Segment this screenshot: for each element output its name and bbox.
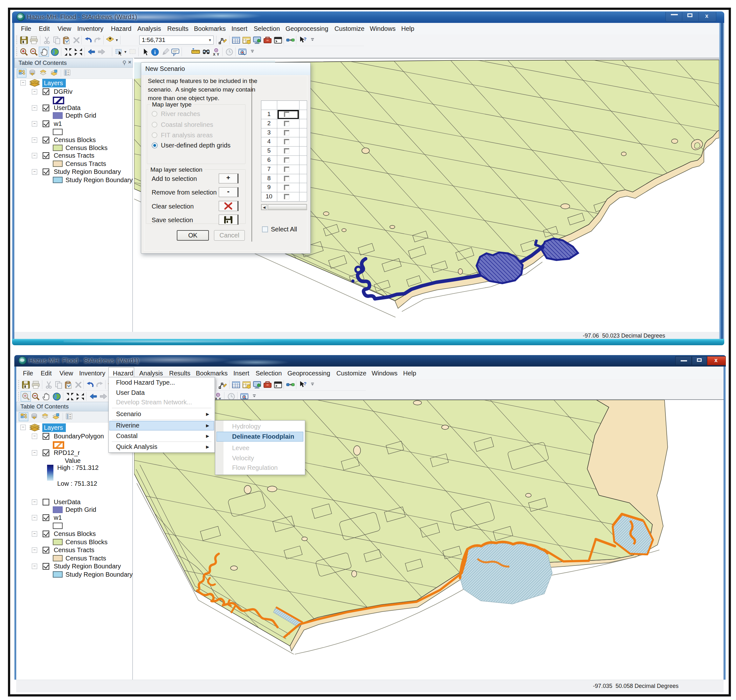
svg-text:X: X — [213, 53, 216, 56]
svg-text:Y: Y — [217, 53, 219, 56]
svg-text:?: ? — [304, 36, 306, 42]
svg-text:?: ? — [304, 381, 306, 386]
svg-text:i: i — [154, 49, 156, 55]
